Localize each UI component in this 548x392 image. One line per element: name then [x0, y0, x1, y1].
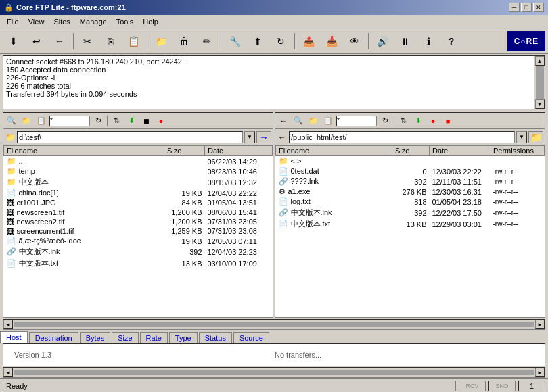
bottom-scroll-left[interactable]: ◄ — [3, 368, 13, 377]
bottom-scroll-track[interactable] — [14, 370, 534, 375]
remote-file-row[interactable]: ⚙a1.exe 276 KB 12/30/03 16:31 -rw-r--r-- — [276, 187, 545, 197]
remote-col-filename[interactable]: Filename — [276, 146, 392, 156]
tab-status[interactable]: Status — [199, 332, 232, 343]
connect-button[interactable]: ⬇ — [3, 31, 24, 51]
tab-source[interactable]: Source — [233, 332, 269, 343]
log-scroll-track[interactable] — [536, 66, 544, 99]
scroll-track[interactable] — [14, 322, 534, 327]
remote-file-name: 🔗????.lnk — [276, 176, 392, 187]
new-folder-button[interactable]: 📁 — [150, 31, 172, 51]
remote-back-icon[interactable]: ← — [277, 132, 288, 143]
remote-refresh-btn[interactable]: ↻ — [378, 115, 392, 127]
log-scroll-down[interactable]: ▼ — [535, 99, 545, 109]
remote-filter-input[interactable] — [336, 116, 377, 126]
back-button[interactable]: ← — [49, 31, 70, 51]
local-file-list[interactable]: Filename Size Date 📁.. 06/22/03 14:29 📁t… — [3, 145, 273, 317]
remote-file-row[interactable]: 📄中文版本.txt 13 KB 12/29/03 03:01 -rw-r--r-… — [276, 218, 545, 230]
close-button[interactable]: ✕ — [533, 3, 544, 12]
remote-folder-btn[interactable]: 📁 — [306, 115, 320, 127]
menu-help[interactable]: Help — [139, 16, 162, 27]
tab-rate[interactable]: Rate — [140, 332, 168, 343]
local-file-row[interactable]: 🖼screencurrent1.tif 1,259 KB 07/31/03 23… — [4, 226, 273, 236]
remote-col-size[interactable]: Size — [392, 146, 430, 156]
menu-sites[interactable]: Sites — [49, 16, 74, 27]
tab-type[interactable]: Type — [169, 332, 198, 343]
remote-file-row[interactable]: 📄0test.dat 0 12/30/03 22:22 -rw-r--r-- — [276, 166, 545, 176]
remote-col-perms[interactable]: Permissions — [490, 146, 545, 156]
remote-file-row[interactable]: 🔗????.lnk 392 12/11/03 11:51 -rw-r--r-- — [276, 176, 545, 187]
local-path-input[interactable] — [17, 131, 243, 143]
remote-file-row[interactable]: 📄log.txt 818 01/05/04 23:18 -rw-r--r-- — [276, 197, 545, 207]
scroll-right-btn[interactable]: ► — [535, 320, 545, 329]
local-file-row[interactable]: 📁中文版本 08/15/03 12:32 — [4, 176, 273, 188]
local-file-row[interactable]: 🔗中文版本.lnk 392 12/04/03 22:23 — [4, 246, 273, 258]
pane-scrollbar-h[interactable]: ◄ ► — [3, 319, 545, 330]
cut-button[interactable]: ✂ — [76, 31, 98, 51]
remote-addr-btn[interactable]: 📋 — [321, 115, 335, 127]
remote-col-date[interactable]: Date — [430, 146, 490, 156]
remote-file-row[interactable]: 📁<.> — [276, 156, 545, 167]
help-button[interactable]: ? — [440, 31, 462, 51]
local-file-row[interactable]: 🖼newscreen2.tif 1,200 KB 07/31/03 23:05 — [4, 217, 273, 226]
tab-bytes[interactable]: Bytes — [80, 332, 111, 343]
local-filter-input[interactable] — [49, 116, 90, 126]
tab-size[interactable]: Size — [112, 332, 138, 343]
local-col-date[interactable]: Date — [205, 146, 273, 156]
remote-path-dropdown[interactable]: ▼ — [516, 131, 527, 143]
menu-view[interactable]: View — [24, 16, 49, 27]
remote-bullet-btn[interactable]: ■ — [441, 115, 455, 127]
local-file-row[interactable]: 📄ã,æ-tç%°æèó-.doc 19 KB 12/05/03 07:11 — [4, 236, 273, 246]
menu-file[interactable]: File — [3, 16, 23, 27]
remote-stop-btn[interactable]: ● — [426, 115, 440, 127]
settings-button[interactable]: 🔧 — [224, 31, 246, 51]
local-go-button[interactable]: → — [256, 131, 271, 143]
up-button[interactable]: ⬆ — [247, 31, 269, 51]
local-sort-btn[interactable]: ⇅ — [110, 115, 123, 127]
log-scroll-up[interactable]: ▲ — [535, 56, 545, 66]
menu-tools[interactable]: Tools — [112, 16, 138, 27]
remote-connect-btn[interactable]: ⬇ — [411, 115, 425, 127]
sound-button[interactable]: 🔊 — [371, 31, 393, 51]
local-col-size[interactable]: Size — [164, 146, 205, 156]
remote-path-input[interactable] — [289, 131, 515, 143]
remote-back-btn[interactable]: ← — [277, 115, 290, 127]
remote-search-btn[interactable]: 🔍 — [292, 115, 305, 127]
local-file-row[interactable]: 📁temp 08/23/03 10:46 — [4, 166, 273, 176]
local-refresh-btn[interactable]: ↻ — [91, 115, 105, 127]
local-connect-btn[interactable]: ⬇ — [124, 115, 138, 127]
delete-button[interactable]: 🗑 — [173, 31, 195, 51]
local-file-row[interactable]: 🖼cr1001.JPG 84 KB 01/05/04 13:51 — [4, 198, 273, 207]
scroll-left-btn[interactable]: ◄ — [3, 320, 13, 329]
local-file-row[interactable]: 🖼newscreen1.tif 1,200 KB 08/06/03 15:41 — [4, 207, 273, 217]
menu-manage[interactable]: Manage — [76, 16, 111, 27]
local-file-row[interactable]: 📄china.doc[1] 19 KB 12/04/03 22:22 — [4, 188, 273, 198]
local-stop-btn[interactable]: ⏹ — [139, 115, 153, 127]
tab-host[interactable]: Host — [0, 331, 28, 343]
rename-button[interactable]: ✏ — [196, 31, 218, 51]
bottom-scrollbar[interactable]: ◄ ► — [3, 367, 545, 378]
local-folder-btn[interactable]: 📁 — [20, 115, 33, 127]
tab-destination[interactable]: Destination — [29, 332, 78, 343]
local-addr-btn[interactable]: 📋 — [35, 115, 48, 127]
maximize-button[interactable]: □ — [521, 3, 532, 12]
bottom-scroll-right[interactable]: ► — [535, 368, 545, 377]
queue-button[interactable]: ⏸ — [394, 31, 416, 51]
paste-button[interactable]: 📋 — [122, 31, 144, 51]
remote-sort-btn[interactable]: ⇅ — [396, 115, 410, 127]
copy-button[interactable]: ⎘ — [99, 31, 121, 51]
disconnect-button[interactable]: ↩ — [26, 31, 47, 51]
info-button[interactable]: ℹ — [417, 31, 439, 51]
remote-file-list[interactable]: Filename Size Date Permissions 📁<.> 📄0te… — [275, 145, 545, 317]
local-file-row[interactable]: 📄中文版本.txt 13 KB 03/10/00 17:09 — [4, 258, 273, 269]
local-path-dropdown[interactable]: ▼ — [244, 131, 255, 143]
download-button[interactable]: 📥 — [321, 31, 342, 51]
refresh-button[interactable]: ↻ — [270, 31, 292, 51]
remote-file-row[interactable]: 🔗中文版本.lnk 392 12/22/03 17:50 -rw-r--r-- — [276, 207, 545, 218]
upload-button[interactable]: 📤 — [298, 31, 319, 51]
local-bullet-btn[interactable]: ● — [154, 115, 168, 127]
local-search-btn[interactable]: 🔍 — [5, 115, 18, 127]
view-file-button[interactable]: 👁 — [344, 31, 365, 51]
minimize-button[interactable]: ─ — [509, 3, 520, 12]
local-col-filename[interactable]: Filename — [4, 146, 164, 156]
local-file-row[interactable]: 📁.. 06/22/03 14:29 — [4, 156, 273, 167]
